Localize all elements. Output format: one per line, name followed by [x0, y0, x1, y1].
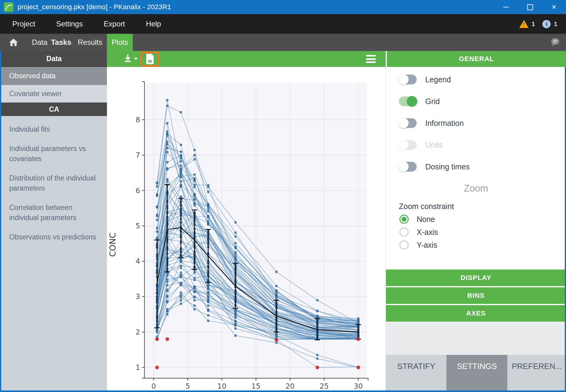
- window-border-bottom: [0, 390, 566, 392]
- svg-text:8: 8: [136, 116, 140, 124]
- word-doc-icon[interactable]: w: [146, 53, 154, 64]
- window-titlebar: project_censoring.pkx [demo] - PKanalix …: [0, 0, 566, 14]
- svg-text:4: 4: [136, 257, 140, 265]
- dosing-times-toggle-row: Dosing times: [399, 161, 470, 173]
- settings-panel: GENERAL Legend Grid Information Units Do…: [386, 51, 566, 390]
- grid-toggle[interactable]: [399, 96, 417, 106]
- tab-results[interactable]: Results: [77, 34, 103, 51]
- sidebar-item-observations-vs-predictions[interactable]: Observations vs predictions: [1, 227, 107, 247]
- svg-text:15: 15: [251, 382, 260, 390]
- zoom-constraint-xaxis-row: X-axis: [399, 227, 438, 238]
- sidebar-header-ca: CA: [1, 103, 107, 116]
- units-toggle-row: Units: [399, 139, 443, 151]
- zoom-constraint-label: Zoom constraint: [399, 202, 454, 211]
- menu-item-help[interactable]: Help: [146, 20, 161, 28]
- dosing-times-toggle[interactable]: [399, 162, 417, 172]
- svg-text:5: 5: [136, 222, 140, 230]
- svg-text:CONC: CONC: [108, 232, 117, 257]
- window-title: project_censoring.pkx [demo] - PKanalix …: [18, 3, 171, 11]
- display-section-button[interactable]: DISPLAY: [386, 270, 566, 286]
- panel-filler: [386, 322, 566, 355]
- menu-item-settings[interactable]: Settings: [56, 20, 83, 28]
- svg-text:5: 5: [186, 382, 190, 390]
- svg-text:7: 7: [136, 151, 140, 159]
- sidebar: Data Observed data Covariate viewer CA I…: [1, 51, 107, 390]
- info-icon[interactable]: i: [542, 20, 551, 28]
- menu-item-export[interactable]: Export: [104, 20, 125, 28]
- preferences-tab[interactable]: PREFEREN...: [507, 355, 566, 390]
- plot-toolbar: w: [107, 51, 386, 67]
- svg-text:30: 30: [354, 382, 363, 390]
- radio-none[interactable]: [399, 215, 409, 224]
- settings-tab[interactable]: SETTINGS: [446, 355, 507, 390]
- legend-toggle[interactable]: [399, 75, 417, 84]
- svg-text:25: 25: [320, 382, 328, 390]
- word-export-highlight: w: [140, 51, 160, 67]
- sidebar-header-data: Data: [1, 51, 107, 67]
- information-toggle-row: Information: [399, 117, 464, 129]
- chat-bubble-icon[interactable]: [548, 34, 562, 51]
- download-icon[interactable]: [123, 53, 140, 64]
- pkanalix-logo-icon: [4, 2, 14, 12]
- close-button[interactable]: ✕: [542, 0, 566, 14]
- info-count: 1: [554, 20, 557, 28]
- sidebar-item-observed-data[interactable]: Observed data: [1, 67, 107, 85]
- sidebar-item-covariate-viewer[interactable]: Covariate viewer: [1, 85, 107, 103]
- pkanalix-window: project_censoring.pkx [demo] - PKanalix …: [0, 0, 566, 392]
- sidebar-item-individual-fits[interactable]: Individual fits: [1, 120, 107, 139]
- window-border-left: [0, 51, 1, 392]
- sidebar-item-correlation-between-individual-parameters[interactable]: Correlation between individual parameter…: [1, 198, 107, 227]
- zoom-constraint-none-row: None: [399, 214, 435, 225]
- general-section-header[interactable]: GENERAL: [386, 51, 566, 67]
- svg-text:10: 10: [217, 382, 226, 390]
- warning-count: 1: [532, 20, 535, 28]
- observed-data-plot[interactable]: 12345678051015202530timeCONC: [107, 67, 386, 390]
- warning-icon[interactable]: [519, 20, 529, 28]
- menu-item-project[interactable]: Project: [12, 20, 35, 28]
- svg-text:2: 2: [136, 328, 140, 336]
- menubar: Project Settings Export Help: [0, 14, 566, 34]
- legend-toggle-row: Legend: [399, 74, 451, 85]
- maximize-button[interactable]: [518, 0, 542, 14]
- sidebar-item-individual-parameters-vs-covariates[interactable]: Individual parameters vs covariates: [1, 139, 107, 169]
- radio-y-axis[interactable]: [399, 240, 409, 250]
- bins-section-button[interactable]: BINS: [386, 287, 566, 304]
- units-toggle: [399, 140, 417, 150]
- zoom-constraint-yaxis-row: Y-axis: [399, 239, 437, 250]
- information-toggle[interactable]: [399, 118, 417, 128]
- svg-text:3: 3: [136, 293, 140, 301]
- minimize-button[interactable]: [494, 0, 518, 14]
- hamburger-menu-icon[interactable]: [366, 55, 376, 63]
- sidebar-item-distribution-of-individual-parameters[interactable]: Distribution of the individual parameter…: [1, 169, 107, 198]
- window-border-right: [565, 67, 566, 392]
- svg-text:1: 1: [136, 363, 140, 371]
- tab-tasks[interactable]: Tasks: [49, 34, 73, 51]
- main-tabbar: Data Tasks Results Plots: [0, 34, 566, 51]
- stratify-tab[interactable]: STRATIFY: [386, 355, 446, 390]
- radio-x-axis[interactable]: [399, 227, 409, 237]
- axes-section-button[interactable]: AXES: [386, 305, 566, 322]
- tab-plots[interactable]: Plots: [107, 34, 133, 51]
- tab-data[interactable]: Data: [30, 34, 49, 51]
- grid-toggle-row: Grid: [399, 95, 440, 107]
- home-icon[interactable]: [7, 34, 20, 51]
- zoom-section-title: Zoom: [386, 183, 566, 194]
- svg-text:6: 6: [136, 187, 140, 195]
- svg-text:20: 20: [285, 382, 294, 390]
- svg-text:w: w: [148, 58, 152, 64]
- svg-text:0: 0: [151, 382, 156, 390]
